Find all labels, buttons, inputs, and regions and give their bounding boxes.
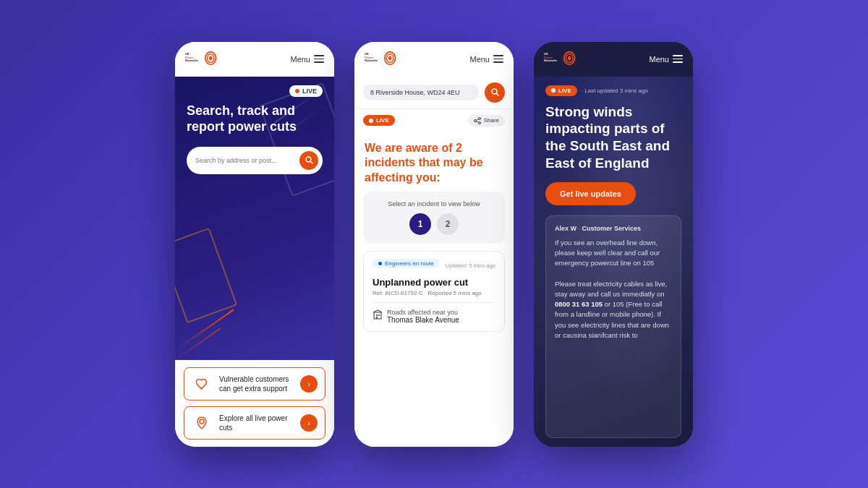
search-input-1[interactable] [195, 157, 295, 164]
menu-label-2: Menu [469, 55, 490, 64]
heart-icon [192, 374, 212, 394]
roads-label: Roads affected near you [387, 309, 459, 316]
nav-bar-2: UK Power Networks Menu [354, 42, 514, 77]
get-updates-button[interactable]: Get live updates [545, 182, 636, 205]
hero-title-1: Search, track and report power cuts [187, 103, 323, 135]
phone2-live-row: LIVE Share [354, 108, 514, 132]
hamburger-icon-2 [493, 55, 503, 63]
phone2-search-input[interactable] [363, 85, 479, 100]
phone2-search-row [354, 77, 514, 108]
search-bar-1 [187, 147, 323, 174]
logo-3: UK Power Networks [544, 49, 576, 69]
live-updated-3: · Last updated 3 mins ago [582, 87, 648, 94]
incident-ref: Ref: INCD-61792-C · Reported 5 mins ago [373, 290, 495, 296]
phone3-title: Strong winds impacting parts of the Sout… [545, 103, 681, 172]
location-icon [192, 413, 212, 433]
svg-point-19 [478, 121, 480, 124]
live-label-3: LIVE [558, 87, 571, 94]
svg-line-21 [476, 121, 478, 122]
incident-status-badge: Engineers en route [373, 259, 440, 268]
phone2-main: We are aware of 2 incidents that may be … [354, 132, 514, 447]
phone3-card-author: Alex W · Customer Services [555, 225, 672, 232]
incident-num-2[interactable]: 2 [437, 213, 459, 235]
status-dot [378, 262, 382, 265]
hamburger-icon-3 [673, 55, 683, 63]
phone1-hero: LIVE Search, track and report power cuts [175, 77, 334, 360]
svg-text:Networks: Networks [365, 58, 378, 61]
svg-point-14 [388, 56, 391, 60]
svg-point-17 [478, 117, 480, 119]
phone-2: UK Power Networks Menu LIVE [354, 42, 514, 447]
incidents-title-text: We are aware of 2 incidents that may be … [365, 142, 483, 184]
search-button-1[interactable] [299, 151, 318, 170]
svg-text:Networks: Networks [185, 58, 199, 61]
svg-text:Networks: Networks [544, 58, 558, 61]
phone3-paragraph2: Please treat electricity cables as live,… [555, 280, 667, 298]
phone3-hero: LIVE · Last updated 3 mins ago Strong wi… [534, 77, 693, 447]
live-dot-1 [295, 89, 299, 93]
phone3-phone-or: or 105 [605, 300, 624, 308]
phone3-info-card: Alex W · Customer Services If you see an… [545, 215, 681, 438]
nav-bar-3: UK Power Networks Menu [534, 42, 693, 77]
logo-1: UK Power Networks [185, 49, 217, 69]
phone3-phone1: 0800 31 63 105 [555, 300, 603, 308]
menu-button-3[interactable]: Menu [649, 55, 683, 64]
incident-type: Unplanned power cut [373, 277, 495, 288]
live-badge-1: LIVE [289, 85, 323, 97]
building-icon [373, 309, 383, 322]
menu-button-1[interactable]: Menu [290, 55, 324, 64]
svg-point-18 [474, 119, 476, 121]
svg-point-5 [209, 56, 212, 60]
svg-point-31 [568, 56, 571, 60]
menu-label-3: Menu [649, 55, 669, 64]
live-dot-3 [551, 88, 556, 93]
live-badge-2: LIVE [363, 115, 395, 126]
livecuts-card-text: Explore all live power cuts [219, 414, 293, 432]
phone3-author-role: Customer Services [582, 225, 642, 232]
hamburger-icon-1 [314, 55, 324, 63]
live-label-1: LIVE [302, 87, 317, 95]
livecuts-card[interactable]: Explore all live power cuts › [184, 406, 326, 440]
live-label-2: LIVE [376, 117, 389, 124]
roads-name: Thomas Blake Avenue [387, 316, 459, 324]
live-badge-3: LIVE [545, 85, 577, 96]
svg-line-7 [310, 161, 312, 163]
select-incident-label: Select an incident to view below [372, 200, 496, 207]
share-label: Share [484, 117, 499, 124]
menu-label-1: Menu [290, 55, 310, 64]
select-incident-section: Select an incident to view below 1 2 [363, 192, 505, 244]
svg-rect-25 [376, 317, 378, 319]
vulnerable-card-text: Vulnerable customers can get extra suppo… [219, 374, 293, 393]
livecuts-arrow-icon[interactable]: › [300, 414, 318, 432]
incident-status-text: Engineers en route [385, 260, 434, 267]
svg-line-20 [476, 119, 478, 120]
incident-updated: Updated: 5 mins ago [446, 262, 495, 269]
phone1-cards: Vulnerable customers can get extra suppo… [175, 360, 334, 447]
phone2-search-button[interactable] [485, 82, 505, 103]
incidents-title: We are aware of 2 incidents that may be … [354, 132, 514, 192]
phone-1: UK Power Networks Menu LIVE [175, 42, 334, 447]
nav-bar-1: UK Power Networks Menu [175, 42, 334, 77]
phone3-paragraph1: If you see an overhead line down, please… [555, 239, 660, 267]
svg-point-8 [200, 419, 204, 424]
live-dot-2 [369, 119, 373, 123]
incident-numbers: 1 2 [372, 213, 496, 235]
svg-rect-23 [376, 314, 378, 316]
svg-rect-24 [378, 314, 380, 316]
share-button[interactable]: Share [468, 115, 505, 127]
vulnerable-arrow-icon[interactable]: › [300, 375, 318, 393]
roads-affected-section: Roads affected near you Thomas Blake Ave… [373, 302, 495, 324]
menu-button-2[interactable]: Menu [469, 55, 503, 64]
vulnerable-card[interactable]: Vulnerable customers can get extra suppo… [184, 367, 326, 401]
svg-line-16 [496, 93, 498, 95]
incident-card: Engineers en route Updated: 5 mins ago U… [363, 251, 505, 332]
phone-3: UK Power Networks Menu LIVE [534, 42, 693, 447]
phone3-card-body: If you see an overhead line down, please… [555, 238, 672, 341]
logo-2: UK Power Networks [365, 49, 396, 69]
incident-num-1[interactable]: 1 [409, 213, 431, 235]
phone3-live-row: LIVE · Last updated 3 mins ago [545, 85, 681, 96]
phone3-author-name: Alex W [555, 225, 576, 232]
